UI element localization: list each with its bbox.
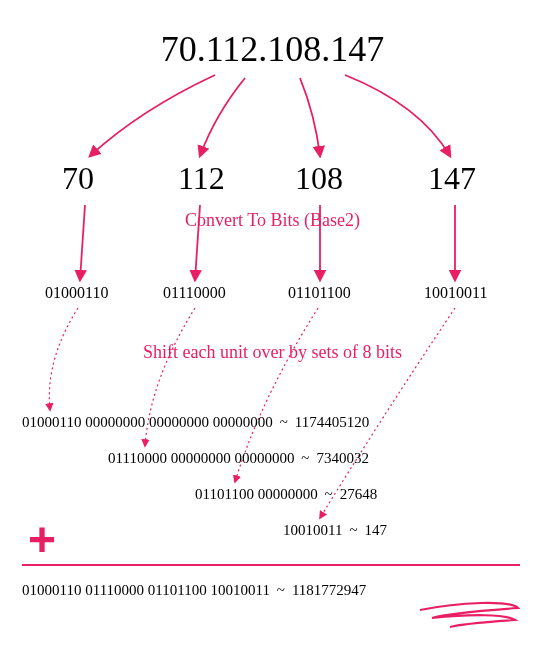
label-shift: Shift each unit over by sets of 8 bits — [0, 342, 545, 363]
shift-row-2-bits: 01110000 00000000 00000000 — [108, 450, 294, 466]
shift-row-3-bits: 01101100 00000000 — [195, 486, 318, 502]
octet-d: 147 — [428, 160, 476, 197]
shift-row-1: 01000110 00000000 00000000 00000000~1174… — [22, 414, 369, 431]
binary-c: 01101100 — [288, 284, 351, 302]
shift-row-4: 10010011~147 — [283, 522, 387, 539]
shift-row-1-dec: 1174405120 — [295, 414, 369, 430]
binary-a: 01000110 — [45, 284, 108, 302]
separator: ~ — [318, 486, 340, 503]
sum-dec: 1181772947 — [292, 582, 366, 598]
ip-address: 70.112.108.147 — [0, 28, 545, 70]
label-convert: Convert To Bits (Base2) — [0, 210, 545, 231]
sum-bits: 01000110 01110000 01101100 10010011 — [22, 582, 270, 598]
arrows-layer — [0, 0, 545, 654]
shift-row-3-dec: 27648 — [340, 486, 378, 502]
binary-b: 01110000 — [163, 284, 226, 302]
shift-row-1-bits: 01000110 00000000 00000000 00000000 — [22, 414, 273, 430]
sum-row: 01000110 01110000 01101100 10010011~1181… — [22, 582, 366, 599]
shift-row-3: 01101100 00000000~27648 — [195, 486, 377, 503]
plus-icon: + — [28, 512, 56, 567]
separator: ~ — [342, 522, 364, 539]
separator: ~ — [294, 450, 316, 467]
separator: ~ — [270, 582, 292, 599]
separator: ~ — [273, 414, 295, 431]
sum-divider — [22, 564, 520, 566]
octet-b: 112 — [178, 160, 225, 197]
shift-row-4-dec: 147 — [364, 522, 387, 538]
octet-a: 70 — [62, 160, 94, 197]
shift-row-2: 01110000 00000000 00000000~7340032 — [108, 450, 369, 467]
shift-row-4-bits: 10010011 — [283, 522, 342, 538]
binary-d: 10010011 — [424, 284, 487, 302]
octet-c: 108 — [295, 160, 343, 197]
shift-row-2-dec: 7340032 — [316, 450, 369, 466]
